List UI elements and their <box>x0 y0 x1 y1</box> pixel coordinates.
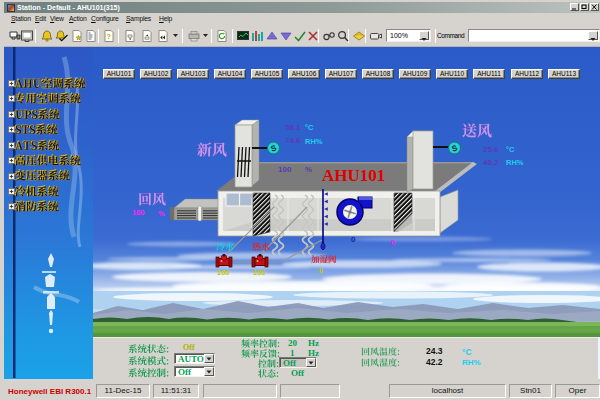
svg-text:100: 100 <box>278 165 292 174</box>
svg-text:100: 100 <box>253 268 266 277</box>
svg-text:100: 100 <box>132 208 145 217</box>
svg-text:RH%: RH% <box>305 137 323 146</box>
svg-text:100: 100 <box>217 268 230 277</box>
svg-text:RH%: RH% <box>506 158 524 167</box>
svg-text:0: 0 <box>351 235 356 244</box>
svg-text:°C: °C <box>305 123 314 132</box>
svg-text:%: % <box>305 165 312 174</box>
svg-text:40.2: 40.2 <box>483 158 499 167</box>
svg-text:0: 0 <box>391 238 396 247</box>
svg-text:0: 0 <box>319 266 323 275</box>
svg-text:58.1: 58.1 <box>285 123 301 132</box>
svg-text:25.6: 25.6 <box>483 145 499 154</box>
svg-text:°C: °C <box>506 145 515 154</box>
svg-text:74.6: 74.6 <box>285 136 301 145</box>
svg-text:AHU101: AHU101 <box>322 166 385 185</box>
svg-text:?: ? <box>107 33 111 40</box>
svg-text:%: % <box>158 209 165 218</box>
